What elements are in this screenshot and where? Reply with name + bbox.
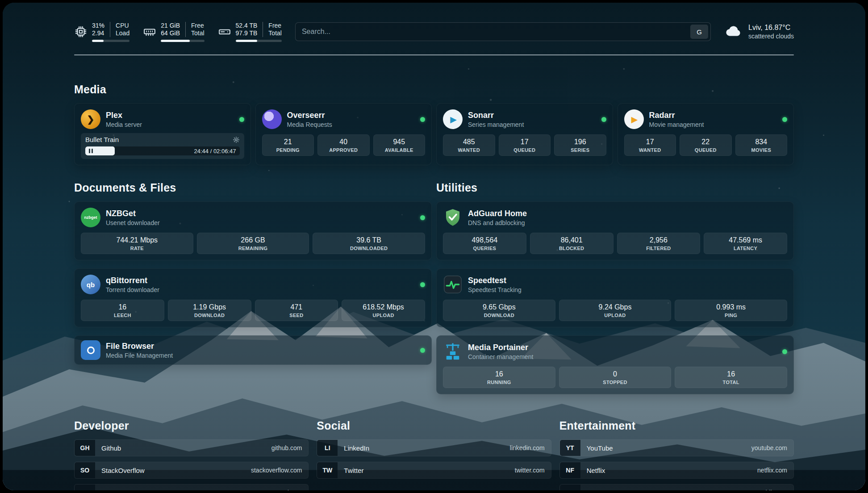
search-bar[interactable]: G [295,22,711,41]
ram-progress-bar [161,40,204,42]
stat-box: 834MOVIES [735,134,788,156]
app-card-portainer[interactable]: Media Portainer Container management 16R… [436,335,794,394]
app-card-qbittorrent[interactable]: qb qBittorrent Torrent downloader 16LEEC… [74,268,432,327]
stat-value: 22 [701,138,709,146]
section-title-media: Media [74,83,794,96]
app-card-nzbget[interactable]: nzbget NZBGet Usenet downloader 744.21 M… [74,201,432,260]
disk-label-top: Free [268,22,282,29]
stat-value: 40 [339,138,347,146]
bookmark-dev[interactable]: DT DEV dev.to [74,484,309,490]
app-name: AdGuard Home [468,209,527,218]
bookmark-url: github.com [271,444,302,451]
ram-labels: Free Total [185,22,204,37]
stat-value: 744.21 Mbps [117,236,158,244]
bookmark-twitter[interactable]: TW Twitter twitter.com [317,462,551,479]
stat-box: 47.569 msLATENCY [704,233,787,254]
stat-value: 266 GB [241,236,265,244]
stat-label: DOWNLOADED [350,246,388,251]
stat-label: QUEUED [695,147,717,153]
adguard-shield-icon [443,208,463,227]
stat-box: 16RUNNING [443,367,555,388]
app-subtitle: Series management [468,121,524,128]
stat-label: SERIES [571,147,589,153]
radarr-glyph: ▶ [631,114,638,125]
stat-box: 945AVAILABLE [373,134,426,156]
app-card-sonarr[interactable]: ▶ Sonarr Series management 485WANTED 17Q… [436,103,613,165]
disk-label-bottom: Total [268,29,282,37]
stat-value: 17 [521,138,529,146]
stat-label: TOTAL [723,380,739,385]
stat-label: LATENCY [734,246,757,251]
search-input[interactable] [302,28,690,36]
filebrowser-ring [87,347,95,354]
qbittorrent-icon: qb [81,275,100,294]
status-online-dot [601,117,606,122]
bookmark-linkedin[interactable]: LI LinkedIn linkedin.com [317,439,551,456]
plex-icon: ❯ [81,109,100,129]
system-widgets: 31% 2.94 CPU Load [74,22,282,42]
bookmark-url: reddit.com [758,489,787,490]
section-developer: Developer GH Github github.com SO StackO… [74,419,309,490]
stat-label: WANTED [639,147,661,153]
stat-box: 17WANTED [624,134,676,156]
bookmark-reddit[interactable]: RE Reddit reddit.com [559,484,794,490]
app-card-speedtest[interactable]: Speedtest Speedtest Tracking 9.65 GbpsDO… [436,268,794,327]
bookmark-netflix[interactable]: NF Netflix netflix.com [559,462,794,479]
bookmark-youtube[interactable]: YT YouTube youtube.com [559,439,794,456]
stat-box: 86,401BLOCKED [530,233,613,254]
app-card-radarr[interactable]: ▶ Radarr Movie management 17WANTED 22QUE… [618,103,794,165]
app-card-overseerr[interactable]: Overseerr Media Requests 21PENDING 40APP… [255,103,432,165]
ram-label-top: Free [191,22,204,29]
disk-widget: 52.4 TB 97.9 TB Free Total [218,22,282,42]
stat-value: 0 [613,370,617,378]
disk-total: 97.9 TB [236,29,258,37]
bookmark-url: youtube.com [751,444,787,451]
section-utilities: Utilities AdGuard Home [436,181,794,394]
plex-glyph: ❯ [87,114,95,125]
stat-value: 196 [574,138,586,146]
app-subtitle: Movie management [649,121,704,128]
stat-value: 498,564 [472,236,497,244]
dashboard-root: 31% 2.94 CPU Load [3,3,865,490]
bookmark-stackoverflow[interactable]: SO StackOverflow stackoverflow.com [74,462,309,479]
playback-time: 24:44 / 02:06:47 [194,148,240,155]
overseerr-icon [262,109,282,129]
stat-label: STOPPED [603,380,627,385]
app-card-plex[interactable]: ❯ Plex Media server Bullet Train [74,103,251,165]
pause-button[interactable] [89,149,93,153]
stat-box: 22QUEUED [680,134,732,156]
bookmark-name: Netflix [587,467,605,474]
bookmark-github[interactable]: GH Github github.com [74,439,309,456]
stat-box: 196SERIES [554,134,606,156]
stat-box: 0STOPPED [559,367,672,388]
stat-box: 9.24 GbpsUPLOAD [559,300,672,321]
search-engine-button[interactable]: G [690,25,708,39]
ram-label-bottom: Total [191,29,204,37]
stat-value: 945 [393,138,405,146]
app-name: NZBGet [106,209,160,218]
reddit-icon: RE [560,485,580,490]
stat-value: 618.52 Mbps [363,303,404,311]
status-online-dot [420,117,425,122]
section-title-entertainment: Entertainment [559,419,794,432]
cpu-label-top: CPU [116,22,129,29]
nzbget-icon: nzbget [81,208,100,227]
app-card-adguard[interactable]: AdGuard Home DNS and adblocking 498,564Q… [436,201,794,260]
stat-value: 16 [727,370,735,378]
bookmark-url: netflix.com [757,467,787,474]
stat-value: 471 [291,303,303,311]
disk-labels: Free Total [263,22,282,37]
ram-total: 64 GiB [161,29,180,37]
ram-values: 21 GiB 64 GiB [161,22,180,37]
status-online-dot [782,117,787,122]
gear-icon[interactable] [233,136,240,143]
stat-label: DOWNLOAD [484,313,514,318]
cpu-widget: 31% 2.94 CPU Load [74,22,129,42]
stat-box: 21PENDING [262,134,314,156]
app-subtitle: Container management [468,353,533,360]
hard-drive-icon [218,25,231,38]
status-online-dot [420,348,425,353]
bookmark-name: Reddit [587,489,606,491]
plex-now-playing: Bullet Train 24:44 / 02:06:4 [81,133,244,159]
app-card-filebrowser[interactable]: File Browser Media File Management [74,335,432,365]
